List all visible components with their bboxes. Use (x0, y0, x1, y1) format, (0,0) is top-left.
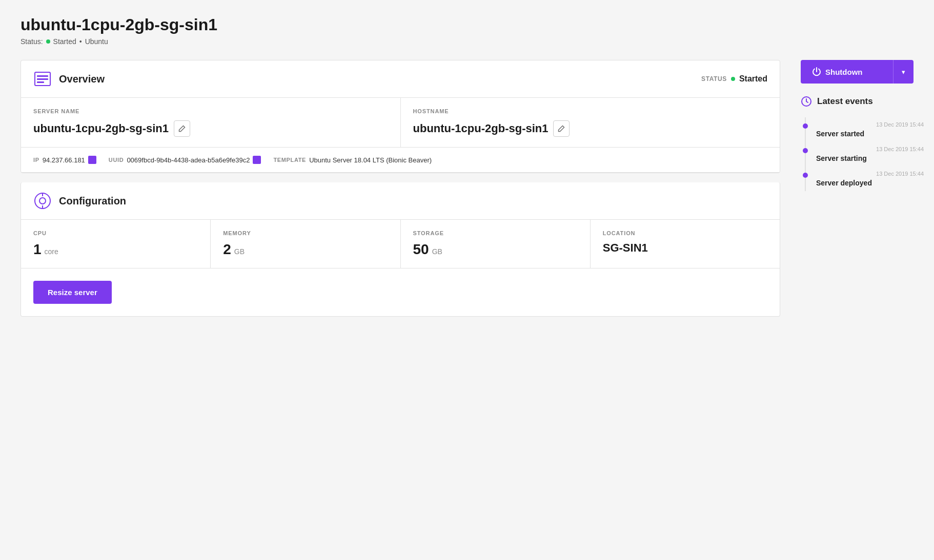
left-panel: Overview STATUS Started SERVER NAME ubun… (21, 60, 780, 317)
server-name-cell: SERVER NAME ubuntu-1cpu-2gb-sg-sin1 (21, 98, 401, 147)
events-header: Latest events (801, 96, 913, 107)
ip-value: 94.237.66.181 (43, 156, 85, 164)
cpu-label: CPU (33, 230, 198, 236)
event-name: Server started (816, 130, 913, 138)
memory-value: 2 (223, 241, 231, 258)
location-value: SG-SIN1 (603, 241, 648, 255)
resize-server-button[interactable]: Resize server (33, 281, 112, 304)
edit-hostname-button[interactable] (553, 120, 570, 137)
chevron-down-icon: ▾ (902, 68, 905, 76)
server-name-value: ubuntu-1cpu-2gb-sg-sin1 (33, 122, 169, 135)
config-icon (33, 192, 52, 210)
overview-status-dot (731, 77, 735, 81)
event-time: 13 Dec 2019 15:44 (816, 121, 924, 128)
power-icon (812, 67, 821, 76)
location-value-row: SG-SIN1 (603, 241, 767, 255)
template-value: Ubuntu Server 18.04 LTS (Bionic Beaver) (309, 156, 432, 164)
server-hostname-row: SERVER NAME ubuntu-1cpu-2gb-sg-sin1 HOST… (21, 98, 780, 148)
event-name: Server starting (816, 154, 913, 162)
svg-rect-2 (37, 78, 48, 80)
event-name: Server deployed (816, 179, 913, 187)
copy-uuid-button[interactable] (253, 156, 261, 164)
overview-icon (33, 70, 52, 88)
overview-title: Overview (59, 73, 105, 85)
shutdown-dropdown-button[interactable]: ▾ (893, 60, 913, 84)
uuid-label: UUID (109, 157, 124, 163)
storage-unit: GB (432, 247, 442, 256)
cpu-unit: core (45, 247, 58, 256)
cpu-value: 1 (33, 241, 42, 258)
action-buttons: Shutdown ▾ (801, 60, 913, 84)
hostname-label: HOSTNAME (413, 108, 768, 114)
config-title: Configuration (59, 195, 126, 207)
ip-item: IP 94.237.66.181 (33, 156, 96, 164)
events-list: 13 Dec 2019 15:44 Server started 13 Dec … (801, 117, 913, 191)
event-item: 13 Dec 2019 15:44 Server deployed (805, 167, 913, 191)
overview-header-left: Overview (33, 70, 105, 88)
config-card: Configuration CPU 1 core MEMORY 2 GB (21, 182, 780, 317)
event-item: 13 Dec 2019 15:44 Server starting (805, 142, 913, 167)
status-os: Ubuntu (85, 37, 108, 46)
location-cell: LOCATION SG-SIN1 (591, 220, 780, 268)
hostname-cell: HOSTNAME ubuntu-1cpu-2gb-sg-sin1 (401, 98, 780, 147)
overview-status-value: Started (739, 74, 767, 84)
overview-card: Overview STATUS Started SERVER NAME ubun… (21, 60, 780, 173)
resize-section: Resize server (21, 268, 780, 316)
svg-rect-1 (37, 75, 48, 77)
template-item: TEMPLATE Ubuntu Server 18.04 LTS (Bionic… (273, 156, 432, 164)
uuid-item: UUID 0069fbcd-9b4b-4438-adea-b5a6e9fe39c… (109, 156, 261, 164)
events-section: Latest events 13 Dec 2019 15:44 Server s… (801, 96, 913, 191)
status-text-label: Status: (21, 37, 43, 46)
memory-cell: MEMORY 2 GB (211, 220, 400, 268)
server-name-label: SERVER NAME (33, 108, 388, 114)
status-bar: Status: Started • Ubuntu (21, 37, 913, 46)
event-time: 13 Dec 2019 15:44 (816, 171, 924, 177)
overview-status: STATUS Started (701, 74, 767, 84)
storage-value-row: 50 GB (413, 241, 578, 258)
memory-value-row: 2 GB (223, 241, 388, 258)
template-label: TEMPLATE (273, 157, 306, 163)
location-label: LOCATION (603, 230, 767, 236)
events-title: Latest events (817, 96, 873, 107)
config-card-header: Configuration (21, 182, 780, 220)
memory-unit: GB (234, 247, 245, 256)
hostname-value-row: ubuntu-1cpu-2gb-sg-sin1 (413, 120, 768, 137)
hostname-value: ubuntu-1cpu-2gb-sg-sin1 (413, 122, 549, 135)
page-title: ubuntu-1cpu-2gb-sg-sin1 (21, 15, 913, 34)
storage-cell: STORAGE 50 GB (401, 220, 591, 268)
svg-rect-3 (37, 81, 44, 83)
event-time: 13 Dec 2019 15:44 (816, 146, 924, 152)
storage-label: STORAGE (413, 230, 578, 236)
cpu-cell: CPU 1 core (21, 220, 211, 268)
specs-row: CPU 1 core MEMORY 2 GB STORAGE (21, 220, 780, 268)
event-item: 13 Dec 2019 15:44 Server started (805, 117, 913, 142)
svg-point-5 (39, 198, 46, 204)
status-indicator (46, 39, 50, 44)
additional-info-row: IP 94.237.66.181 UUID 0069fbcd-9b4b-4438… (21, 148, 780, 173)
storage-value: 50 (413, 241, 429, 258)
shutdown-button[interactable]: Shutdown (801, 60, 893, 84)
cpu-value-row: 1 core (33, 241, 198, 258)
overview-card-header: Overview STATUS Started (21, 60, 780, 98)
edit-server-name-button[interactable] (174, 120, 190, 137)
status-separator: • (79, 37, 82, 46)
copy-ip-button[interactable] (88, 156, 96, 164)
uuid-value: 0069fbcd-9b4b-4438-adea-b5a6e9fe39c2 (127, 156, 250, 164)
status-label: STATUS (701, 75, 727, 82)
memory-label: MEMORY (223, 230, 388, 236)
ip-label: IP (33, 157, 39, 163)
clock-icon (801, 96, 812, 107)
main-layout: Overview STATUS Started SERVER NAME ubun… (21, 60, 913, 317)
server-name-value-row: ubuntu-1cpu-2gb-sg-sin1 (33, 120, 388, 137)
status-value: Started (53, 37, 76, 46)
right-panel: Shutdown ▾ Latest events 13 Dec 2019 15:… (801, 60, 913, 191)
